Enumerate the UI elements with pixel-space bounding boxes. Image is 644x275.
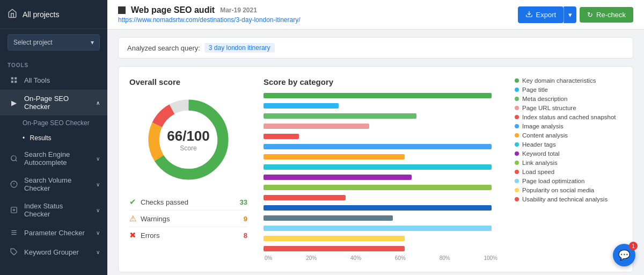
page-title-area: Web page SEO audit Mar-19 2021 https://w… (118, 5, 511, 24)
bars-section (264, 92, 499, 252)
warnings-label: Warnings (141, 215, 170, 223)
sidebar-item-index-status[interactable]: Index Status Checker ∨ (0, 197, 107, 223)
audit-url[interactable]: https://www.nomadsrtw.com/destinations/3… (118, 16, 511, 24)
legend-label: Meta description (522, 96, 567, 102)
legend-dot (515, 170, 519, 174)
legend-label: Page load optimization (522, 178, 584, 184)
svg-rect-3 (14, 81, 17, 83)
bar-row (264, 194, 499, 201)
checks-passed-count: 33 (240, 198, 247, 206)
legend-item: Popularity on social media (515, 187, 622, 193)
overall-score-section: Overall score 66/100 Score (129, 77, 247, 261)
legend-item: Key domain characteristics (515, 77, 622, 84)
bar-row (264, 173, 499, 181)
sidebar: All projects Select project ▾ TOOLS All … (0, 0, 107, 275)
checks-area: ✔ Checks passed 33 ⚠ Warnings 9 ✖ Errors… (129, 194, 247, 243)
sidebar-item-all-tools[interactable]: All Tools (0, 70, 107, 90)
sidebar-sub-on-page-checker[interactable]: On-Page SEO Checker (0, 115, 107, 131)
bar-row (264, 153, 499, 161)
audit-date: Mar-19 2021 (220, 6, 257, 14)
legend-label: Popularity on social media (522, 187, 594, 193)
legend-item: Page URL structure (515, 105, 622, 111)
legend-item: Meta description (515, 96, 622, 102)
all-tools-label: All Tools (24, 76, 50, 84)
legend-item: Keyword total (515, 150, 622, 157)
legend-label: Key domain characteristics (522, 77, 596, 84)
axis-label: 20% (306, 255, 317, 261)
legend-label: Keyword total (522, 150, 560, 157)
score-value: 66/100 (167, 128, 210, 144)
top-actions: Export ▾ ↻ Re-check (518, 6, 634, 23)
legend-dot (515, 133, 519, 138)
project-select-dropdown[interactable]: Select project ▾ (8, 34, 100, 50)
svg-rect-1 (14, 77, 17, 79)
legend-label: Page URL structure (522, 105, 576, 111)
warning-circle-icon: ⚠ (129, 214, 136, 223)
axis-label: 0% (265, 255, 272, 261)
export-button[interactable]: Export (518, 6, 564, 23)
sidebar-item-parameter[interactable]: Parameter Checker ∨ (0, 223, 107, 242)
legend-label: Load speed (522, 169, 554, 175)
legend-dot (515, 88, 519, 92)
export-split-button[interactable]: ▾ (564, 6, 576, 23)
home-icon (8, 9, 17, 20)
legend-dot (515, 197, 519, 201)
search-engine-icon (9, 154, 19, 163)
warnings-count: 9 (244, 215, 247, 223)
legend-item: Page load optimization (515, 178, 622, 184)
score-panel: Overall score 66/100 Score (118, 66, 633, 272)
query-bar: Analyzed search query: 3 day london itin… (118, 37, 633, 59)
legend-label: Usability and technical analysis (522, 196, 608, 202)
legend-dot (515, 115, 519, 119)
index-status-label: Index Status Checker (24, 202, 91, 218)
sidebar-item-search-volume[interactable]: Search Volume Checker ∨ (0, 171, 107, 197)
project-selector[interactable]: Select project ▾ (0, 29, 107, 56)
sidebar-item-search-engine[interactable]: Search Engine Autocomplete ∨ (0, 146, 107, 171)
legend-dot (515, 188, 519, 192)
main-content: Web page SEO audit Mar-19 2021 https://w… (107, 0, 644, 275)
legend-item: Image analysis (515, 123, 622, 129)
chevron-down-icon-5: ∨ (96, 230, 100, 236)
score-by-category-section: Score by category 0%20%40%60%80%100% (264, 77, 499, 261)
legend-dot (515, 161, 519, 165)
legend-item: Link analysis (515, 160, 622, 166)
errors-row: ✖ Errors 8 (129, 227, 247, 243)
chevron-down-icon-2: ∨ (96, 156, 100, 162)
legend-item: Content analysis (515, 132, 622, 139)
error-circle-icon: ✖ (129, 230, 136, 240)
sidebar-item-keyword-grouper[interactable]: Keyword Grouper ∨ (0, 242, 107, 262)
bar-row (264, 245, 499, 252)
donut-chart: 66/100 Score (143, 94, 234, 185)
query-badge: 3 day london itinerary (204, 43, 275, 53)
sidebar-header[interactable]: All projects (0, 0, 107, 29)
sidebar-item-on-page-seo[interactable]: ▶ On-Page SEO Checker ∧ (0, 90, 107, 115)
query-label: Analyzed search query: (127, 44, 200, 52)
legend-label: Link analysis (522, 160, 558, 166)
chat-icon: 💬 (618, 249, 630, 261)
chat-bubble[interactable]: 💬 1 (613, 244, 635, 266)
legend-dot (515, 124, 519, 128)
bar-row (264, 143, 499, 150)
legend-label: Image analysis (522, 123, 564, 129)
page-title: Web page SEO audit Mar-19 2021 (118, 5, 511, 15)
recheck-button[interactable]: ↻ Re-check (580, 7, 633, 23)
overall-score-title: Overall score (129, 77, 247, 86)
legend-label: Header tags (522, 141, 556, 148)
top-bar: Web page SEO audit Mar-19 2021 https://w… (107, 0, 644, 30)
bar-row (264, 235, 499, 242)
checks-passed-label: Checks passed (141, 198, 188, 206)
bar-row (264, 184, 499, 191)
bar-row (264, 92, 499, 99)
chat-badge: 1 (629, 242, 638, 250)
legend-dot (515, 97, 519, 101)
sidebar-sub-results[interactable]: Results (0, 131, 107, 146)
bar-row (264, 112, 499, 120)
search-engine-label: Search Engine Autocomplete (24, 150, 91, 167)
legend-dot (515, 142, 519, 147)
bar-row (264, 133, 499, 140)
chevron-down-icon: ▾ (91, 39, 94, 46)
bar-row (264, 214, 499, 222)
score-by-category-title: Score by category (264, 77, 499, 86)
index-status-icon (9, 205, 19, 215)
axis-label: 100% (484, 255, 497, 261)
